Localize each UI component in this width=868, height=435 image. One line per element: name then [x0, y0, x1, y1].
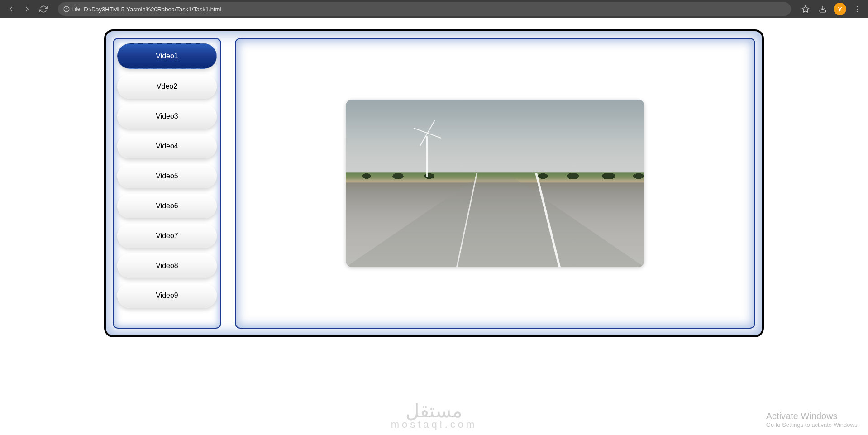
scenery-trees-right [525, 173, 644, 179]
back-button[interactable] [5, 3, 17, 15]
video-item-7[interactable]: Video7 [117, 224, 217, 248]
download-icon[interactable] [816, 3, 829, 15]
toolbar-right: Y [799, 3, 863, 15]
browser-toolbar: File D:/Day3HTML5-Yasmin%20Rabea/Task1/T… [0, 0, 868, 18]
video-label: Video1 [156, 52, 178, 60]
video-item-2[interactable]: Vdeo2 [117, 74, 217, 99]
video-label: Video5 [156, 172, 178, 180]
menu-icon[interactable] [851, 3, 863, 15]
watermark-text: mostaql.com [391, 419, 477, 430]
video-area [235, 38, 755, 329]
activation-subtitle: Go to Settings to activate Windows. [766, 421, 859, 428]
video-item-3[interactable]: Video3 [117, 104, 217, 129]
video-label: Video6 [156, 202, 178, 210]
video-label: Vdeo2 [157, 82, 177, 90]
video-player[interactable] [346, 100, 644, 267]
svg-point-6 [857, 11, 858, 12]
svg-point-4 [857, 6, 858, 7]
file-label: File [72, 6, 80, 12]
video-label: Video8 [156, 262, 178, 269]
address-bar[interactable]: File D:/Day3HTML5-Yasmin%20Rabea/Task1/T… [58, 2, 791, 16]
watermark-logo: مستقل [391, 403, 477, 419]
video-label: Video7 [156, 232, 178, 239]
svg-point-5 [857, 9, 858, 10]
scenery-windmill [426, 136, 428, 177]
video-item-1[interactable]: Video1 [117, 43, 217, 69]
forward-button[interactable] [21, 3, 33, 15]
file-info-icon: File [63, 6, 80, 12]
scenery-road [346, 173, 644, 267]
video-item-6[interactable]: Video6 [117, 194, 217, 218]
watermark: مستقل mostaql.com [391, 403, 477, 430]
scenery-trees-left [346, 173, 450, 179]
video-item-4[interactable]: Video4 [117, 134, 217, 158]
url-text: D:/Day3HTML5-Yasmin%20Rabea/Task1/Task1.… [84, 6, 221, 13]
avatar[interactable]: Y [834, 3, 846, 15]
video-label: Video4 [156, 142, 178, 150]
star-icon[interactable] [799, 3, 812, 15]
activation-title: Activate Windows [766, 411, 859, 421]
video-item-8[interactable]: Video8 [117, 253, 217, 278]
video-item-5[interactable]: Video5 [117, 164, 217, 188]
main-container: Video1 Vdeo2 Video3 Video4 Video5 Video6… [104, 29, 764, 337]
windows-activation-notice: Activate Windows Go to Settings to activ… [766, 411, 859, 428]
video-label: Video9 [156, 292, 178, 299]
video-item-9[interactable]: Video9 [117, 283, 217, 308]
video-sidebar[interactable]: Video1 Vdeo2 Video3 Video4 Video5 Video6… [113, 38, 221, 329]
video-label: Video3 [156, 112, 178, 120]
reload-button[interactable] [37, 3, 50, 15]
page-content: Video1 Vdeo2 Video3 Video4 Video5 Video6… [0, 18, 868, 435]
svg-marker-3 [802, 6, 809, 12]
